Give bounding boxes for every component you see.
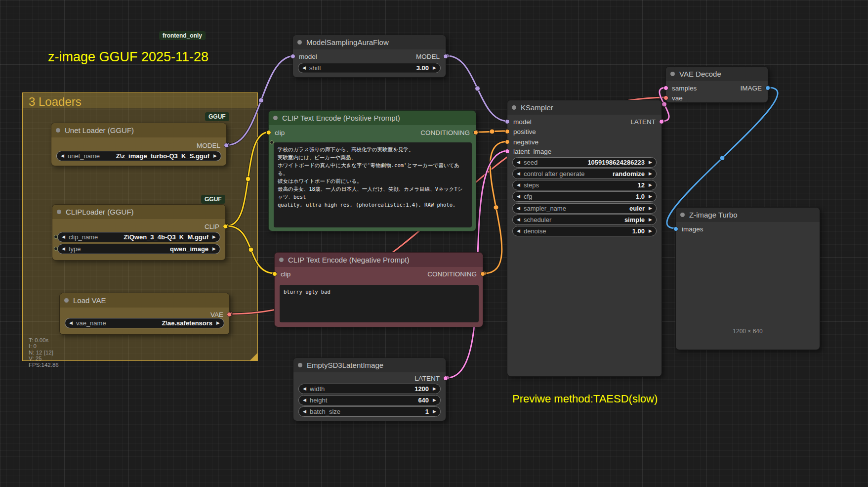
- gguf-badge: GGUF: [205, 112, 229, 121]
- frontend-only-badge: frontend_only: [159, 31, 206, 40]
- workflow-title-note: z-image GGUF 2025-11-28: [48, 49, 208, 65]
- gguf-badge: GGUF: [201, 195, 225, 204]
- preview-method-note: Previwe method:TAESD(slow): [512, 393, 658, 405]
- node-canvas[interactable]: 3 LoadersT: 0.00s I: 0 N: 12 [12] V: 25F…: [0, 0, 868, 487]
